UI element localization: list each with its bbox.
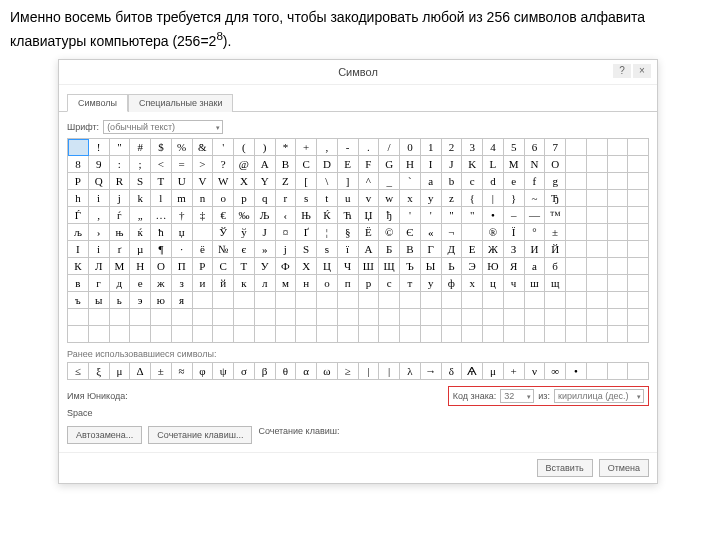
grid-cell[interactable] [483, 326, 504, 343]
grid-cell[interactable] [608, 207, 629, 224]
grid-cell[interactable]: , [317, 139, 338, 156]
grid-cell[interactable]: ќ [130, 224, 151, 241]
grid-cell[interactable]: Г [421, 241, 442, 258]
recent-cell[interactable]: ∞ [545, 363, 566, 380]
grid-cell[interactable]: B [276, 156, 297, 173]
grid-cell[interactable]: ‚ [89, 207, 110, 224]
tab-symbols[interactable]: Символы [67, 94, 128, 112]
grid-cell[interactable] [317, 309, 338, 326]
grid-cell[interactable]: ` [400, 173, 421, 190]
grid-cell[interactable]: ™ [545, 207, 566, 224]
grid-cell[interactable]: # [130, 139, 151, 156]
grid-cell[interactable]: • [483, 207, 504, 224]
grid-cell[interactable]: z [442, 190, 463, 207]
grid-cell[interactable]: Ќ [317, 207, 338, 224]
grid-cell[interactable] [545, 326, 566, 343]
grid-cell[interactable] [628, 224, 649, 241]
grid-cell[interactable]: f [525, 173, 546, 190]
grid-cell[interactable]: ‰ [234, 207, 255, 224]
grid-cell[interactable] [442, 326, 463, 343]
grid-cell[interactable]: Ё [359, 224, 380, 241]
grid-cell[interactable]: N [525, 156, 546, 173]
grid-cell[interactable]: b [442, 173, 463, 190]
grid-cell[interactable]: Т [234, 258, 255, 275]
grid-cell[interactable]: R [110, 173, 131, 190]
grid-cell[interactable]: к [234, 275, 255, 292]
grid-cell[interactable]: ? [213, 156, 234, 173]
grid-cell[interactable] [234, 326, 255, 343]
grid-cell[interactable] [628, 139, 649, 156]
recent-cell[interactable]: θ [276, 363, 297, 380]
grid-cell[interactable]: V [193, 173, 214, 190]
grid-cell[interactable]: H [400, 156, 421, 173]
tab-special[interactable]: Специальные знаки [128, 94, 234, 112]
grid-cell[interactable]: 4 [483, 139, 504, 156]
from-select[interactable]: кириллица (дес.) [554, 389, 644, 403]
grid-cell[interactable]: ж [151, 275, 172, 292]
grid-cell[interactable] [628, 241, 649, 258]
grid-cell[interactable]: ґ [110, 241, 131, 258]
grid-cell[interactable] [587, 241, 608, 258]
grid-cell[interactable]: Ѕ [296, 241, 317, 258]
grid-cell[interactable]: Љ [255, 207, 276, 224]
recent-cell[interactable]: σ [234, 363, 255, 380]
grid-cell[interactable]: J [442, 156, 463, 173]
grid-cell[interactable] [628, 292, 649, 309]
grid-cell[interactable] [338, 326, 359, 343]
grid-cell[interactable] [255, 326, 276, 343]
grid-cell[interactable]: » [255, 241, 276, 258]
grid-cell[interactable] [379, 326, 400, 343]
grid-cell[interactable] [608, 139, 629, 156]
recent-cell[interactable]: φ [193, 363, 214, 380]
grid-cell[interactable]: Q [89, 173, 110, 190]
grid-cell[interactable] [89, 326, 110, 343]
character-grid[interactable]: !"#$%&'()*+,-./0123456789:;<=>?@ABCDEFGH… [67, 138, 649, 343]
grid-cell[interactable] [193, 224, 214, 241]
grid-cell[interactable]: I [421, 156, 442, 173]
recent-cell[interactable]: ≥ [338, 363, 359, 380]
grid-cell[interactable]: @ [234, 156, 255, 173]
grid-cell[interactable]: К [68, 258, 89, 275]
grid-cell[interactable] [68, 309, 89, 326]
grid-cell[interactable]: ё [193, 241, 214, 258]
recent-cell[interactable]: Δ [130, 363, 151, 380]
grid-cell[interactable]: ц [483, 275, 504, 292]
grid-cell[interactable]: Ю [483, 258, 504, 275]
grid-cell[interactable]: " [462, 207, 483, 224]
grid-cell[interactable]: У [255, 258, 276, 275]
recent-cell[interactable]: ν [525, 363, 546, 380]
grid-cell[interactable] [587, 156, 608, 173]
grid-cell[interactable]: я [172, 292, 193, 309]
grid-cell[interactable]: э [130, 292, 151, 309]
grid-cell[interactable]: ¤ [276, 224, 297, 241]
grid-cell[interactable] [525, 309, 546, 326]
grid-cell[interactable]: p [234, 190, 255, 207]
grid-cell[interactable]: ю [151, 292, 172, 309]
grid-cell[interactable] [566, 326, 587, 343]
grid-cell[interactable]: Ћ [338, 207, 359, 224]
recent-cell[interactable] [587, 363, 608, 380]
grid-cell[interactable]: e [504, 173, 525, 190]
grid-cell[interactable]: † [172, 207, 193, 224]
grid-cell[interactable]: n [193, 190, 214, 207]
grid-cell[interactable] [587, 292, 608, 309]
grid-cell[interactable]: ° [525, 224, 546, 241]
grid-cell[interactable] [151, 326, 172, 343]
grid-cell[interactable] [504, 326, 525, 343]
recent-cell[interactable]: μ [483, 363, 504, 380]
insert-button[interactable]: Вставить [537, 459, 593, 477]
grid-cell[interactable]: ' [213, 139, 234, 156]
grid-cell[interactable]: X [234, 173, 255, 190]
grid-cell[interactable] [504, 292, 525, 309]
grid-cell[interactable] [296, 309, 317, 326]
grid-cell[interactable] [255, 292, 276, 309]
grid-cell[interactable] [359, 309, 380, 326]
recent-cell[interactable]: ω [317, 363, 338, 380]
grid-cell[interactable]: j [110, 190, 131, 207]
grid-cell[interactable]: џ [172, 224, 193, 241]
grid-cell[interactable]: с [379, 275, 400, 292]
grid-cell[interactable]: € [213, 207, 234, 224]
grid-cell[interactable]: и [193, 275, 214, 292]
grid-cell[interactable]: F [359, 156, 380, 173]
close-button[interactable]: × [633, 64, 651, 78]
